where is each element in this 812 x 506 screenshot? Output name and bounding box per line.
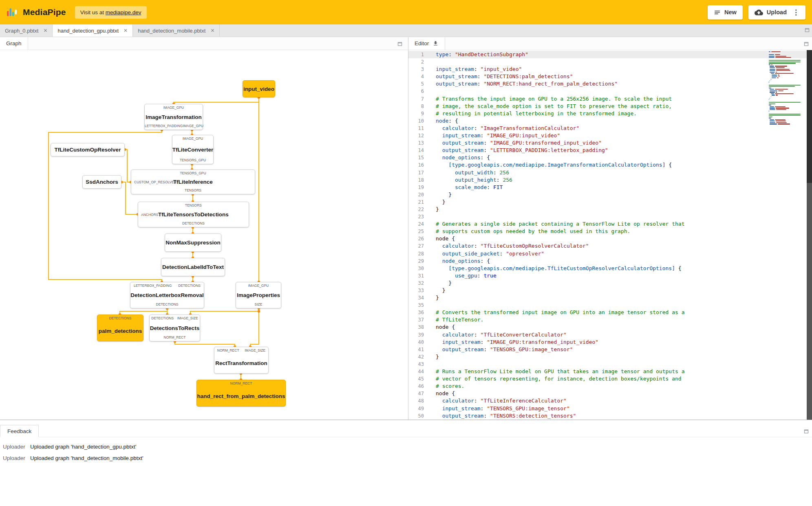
code-line[interactable]: 24# Generates a single side packet conta…	[408, 220, 812, 228]
code-line[interactable]: 32 }	[408, 279, 812, 287]
code-line[interactable]: 40 input_stream: "IMAGE_GPU:transformed_…	[408, 339, 812, 346]
graph-node-input_video[interactable]: input_video	[243, 80, 275, 97]
feedback-tab[interactable]: Feedback	[0, 425, 39, 437]
new-button[interactable]: New	[708, 5, 743, 20]
code-line[interactable]: 38node {	[408, 323, 812, 331]
code-line[interactable]: 5output_stream: "NORM_RECT:hand_rect_fro…	[408, 80, 812, 88]
code-line[interactable]: 14 output_stream: "LETTERBOX_PADDING:let…	[408, 147, 812, 154]
graph-node-TfLiteConverter[interactable]: IMAGE_GPUTfLiteConverterTENSORS_GPU	[172, 135, 214, 164]
output-ports: NORM_RECT	[150, 335, 200, 341]
code-line[interactable]: 4output_stream: "DETECTIONS:palm_detecti…	[408, 73, 812, 80]
code-line[interactable]: 34}	[408, 294, 812, 301]
code-line[interactable]: 30 [type.googleapis.com/mediapipe.TfLite…	[408, 265, 812, 272]
expand-icon[interactable]	[397, 41, 402, 48]
code-line[interactable]: 2	[408, 58, 812, 66]
code-line[interactable]: 27 calculator: "TfLiteCustomOpResolverCa…	[408, 242, 812, 250]
code-line[interactable]: 20 }	[408, 191, 812, 198]
code-line[interactable]: 48 calculator: "TfLiteInferenceCalculato…	[408, 397, 812, 405]
code-line[interactable]: 50 output_stream: "TENSORS:detection_ten…	[408, 412, 812, 420]
code-line[interactable]: 10node: {	[408, 117, 812, 125]
scrollbar-thumb[interactable]	[807, 50, 812, 183]
code-line[interactable]: 7# Transforms the input image on GPU to …	[408, 95, 812, 103]
code-line[interactable]: 23	[408, 213, 812, 220]
code-line[interactable]: 46# scores.	[408, 383, 812, 390]
code-line[interactable]: 19 scale_mode: FIT	[408, 184, 812, 191]
code-line[interactable]: 12 input_stream: "IMAGE_GPU:input_video"	[408, 132, 812, 139]
code-line[interactable]: 22}	[408, 206, 812, 213]
line-number: 8	[408, 103, 424, 110]
code-line[interactable]: 29 node_options: {	[408, 257, 812, 265]
editor-tab[interactable]: Editor	[408, 37, 445, 50]
graph-node-hand_rect_from_palm_detections[interactable]: NORM_RECThand_rect_from_palm_detections	[196, 380, 286, 407]
code-text: }	[424, 191, 452, 198]
editor-scrollbar[interactable]	[807, 50, 812, 420]
download-icon[interactable]	[432, 40, 439, 46]
graph-node-TfLiteTensorsToDetections[interactable]: TENSORSTfLiteTensorsToDetectionsDETECTIO…	[138, 202, 249, 227]
line-number: 18	[408, 176, 424, 184]
expand-icon[interactable]	[804, 428, 809, 436]
expand-icon[interactable]	[805, 27, 810, 34]
graph-node-NonMaxSuppression[interactable]: NonMaxSuppression	[165, 233, 221, 252]
code-line[interactable]: 25# supports custom ops needed by the mo…	[408, 228, 812, 235]
graph-node-SsdAnchors[interactable]: SsdAnchors	[82, 175, 121, 189]
code-line[interactable]: 36# Converts the transformed input image…	[408, 309, 812, 316]
graph-canvas[interactable]: input_videoIMAGE_GPUImageTransformationL…	[0, 50, 408, 420]
code-editor[interactable]: 1type: "HandDetectionSubgraph"23input_st…	[408, 50, 812, 420]
code-line[interactable]: 43	[408, 361, 812, 368]
code-line[interactable]: 6	[408, 88, 812, 95]
cloud-upload-icon	[755, 8, 763, 17]
code-line[interactable]: 41 output_stream: "TENSORS_GPU:image_ten…	[408, 346, 812, 353]
code-line[interactable]: 28 output_side_packet: "opresolver"	[408, 250, 812, 257]
code-line[interactable]: 31 use_gpu: true	[408, 272, 812, 279]
code-line[interactable]: 1type: "HandDetectionSubgraph"	[408, 51, 812, 58]
output-ports: DETECTIONS	[138, 221, 249, 227]
close-tab-icon[interactable]: ✕	[43, 28, 47, 33]
graph-node-DetectionLetterboxRemoval[interactable]: LETTERBOX_PADDINGDETECTIONSDetectionLett…	[130, 282, 204, 308]
graph-node-DetectionLabelIdToText[interactable]: DetectionLabelIdToText	[161, 258, 225, 276]
code-line[interactable]: 18 output_height: 256	[408, 176, 812, 184]
file-tab[interactable]: hand_detection_gpu.pbtxt✕	[53, 24, 133, 37]
code-line[interactable]: 49 input_stream: "TENSORS_GPU:image_tens…	[408, 405, 812, 412]
output-ports: DETECTIONS	[130, 302, 204, 308]
code-line[interactable]: 16 [type.googleapis.com/mediapipe.ImageT…	[408, 161, 812, 169]
graph-node-ImageTransformation[interactable]: IMAGE_GPUImageTransformationLETTERBOX_PA…	[144, 104, 203, 130]
port-label: IMAGE_GPU	[183, 124, 203, 128]
code-line[interactable]: 26node {	[408, 235, 812, 242]
graph-node-TfLiteInference[interactable]: TENSORS_GPUTfLiteInferenceTENSORSCUSTOM_…	[131, 169, 255, 194]
code-line[interactable]: 21 }	[408, 198, 812, 206]
code-line[interactable]: 45# vector of tensors representing, for …	[408, 375, 812, 383]
graph-node-TfLiteCustomOpResolver[interactable]: TfLiteCustomOpResolver	[51, 143, 125, 156]
graph-node-palm_detections[interactable]: DETECTIONSpalm_detections	[97, 315, 143, 341]
code-line[interactable]: 39 calculator: "TfLiteConverterCalculato…	[408, 331, 812, 339]
code-line[interactable]: 17 output_width: 256	[408, 169, 812, 176]
close-tab-icon[interactable]: ✕	[124, 28, 128, 33]
code-line[interactable]: 9# resulting in potential letterboxing i…	[408, 110, 812, 117]
close-tab-icon[interactable]: ✕	[210, 28, 214, 33]
code-text: output_side_packet: "opresolver"	[424, 250, 544, 257]
graph-node-DetectionsToRects[interactable]: DETECTIONSIMAGE_SIZEDetectionsToRectsNOR…	[149, 315, 200, 341]
code-line[interactable]: 44# Runs a TensorFlow Lite model on GPU …	[408, 368, 812, 375]
graph-tab[interactable]: Graph	[0, 37, 28, 50]
code-line[interactable]: 15 node_options: {	[408, 154, 812, 161]
code-line[interactable]: 11 calculator: "ImageTransformationCalcu…	[408, 125, 812, 132]
code-line[interactable]: 47node {	[408, 390, 812, 397]
code-line[interactable]: 3input_stream: "input_video"	[408, 66, 812, 73]
expand-icon[interactable]	[804, 41, 809, 48]
file-tab[interactable]: Graph_0.pbtxt✕	[0, 24, 53, 37]
output-ports: SIZE	[236, 302, 281, 308]
file-tab[interactable]: hand_detection_mobile.pbtxt✕	[133, 24, 220, 37]
code-line[interactable]: 8# image, the scale_mode option is set t…	[408, 103, 812, 110]
code-line[interactable]: 13 output_stream: "IMAGE_GPU:transformed…	[408, 139, 812, 147]
code-text: calculator: "TfLiteConverterCalculator"	[424, 331, 567, 339]
code-line[interactable]: 35	[408, 301, 812, 309]
code-line[interactable]: 33 }	[408, 287, 812, 294]
graph-node-ImageProperties[interactable]: IMAGE_GPUImagePropertiesSIZE	[236, 282, 281, 308]
mediapipe-link[interactable]: mediapipe.dev	[106, 9, 141, 15]
minimap[interactable]	[769, 51, 805, 125]
graph-node-RectTransformation[interactable]: NORM_RECTIMAGE_SIZERectTransformation	[214, 347, 269, 374]
upload-button[interactable]: Upload ⋮	[748, 5, 805, 20]
line-number: 22	[408, 206, 424, 213]
kebab-menu-icon[interactable]: ⋮	[792, 8, 799, 17]
code-line[interactable]: 37# TfLiteTensor.	[408, 316, 812, 323]
code-line[interactable]: 42}	[408, 353, 812, 361]
